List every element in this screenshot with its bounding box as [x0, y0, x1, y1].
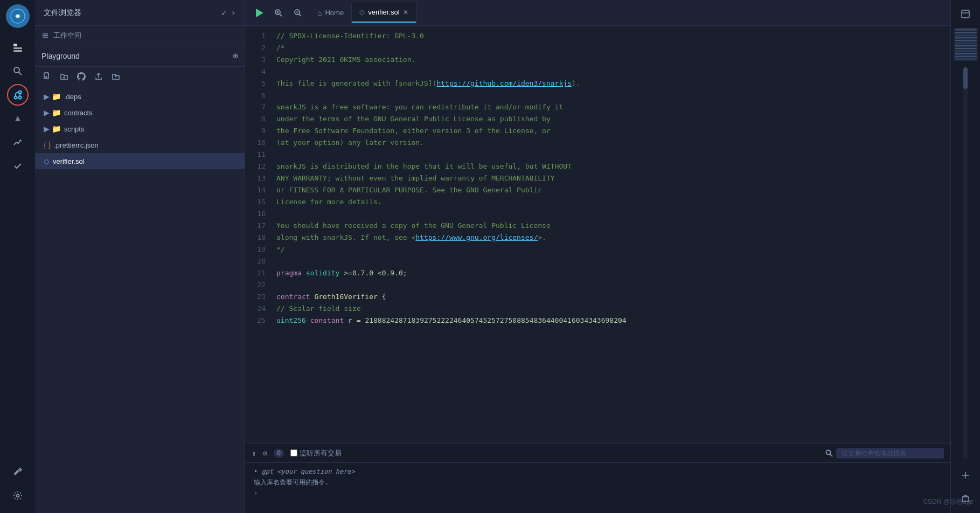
- svg-point-5: [14, 67, 19, 73]
- terminal-search-icon: [825, 449, 833, 457]
- activity-search[interactable]: [7, 60, 29, 82]
- line-numbers: 12345 678910 1112131415 1617181920 21222…: [245, 26, 272, 443]
- activity-settings[interactable]: [7, 485, 29, 507]
- code-editor[interactable]: 12345 678910 1112131415 1617181920 21222…: [245, 26, 950, 443]
- file-prettierrc-label: .prettierrc.json: [54, 141, 98, 149]
- code-line-17: You should have received a copy of the G…: [276, 220, 950, 232]
- svg-rect-3: [13, 47, 22, 49]
- zoom-out-btn[interactable]: [290, 5, 305, 20]
- svg-point-9: [18, 96, 21, 99]
- code-line-2: /*: [276, 42, 950, 54]
- scrollbar-thumb[interactable]: [963, 67, 968, 89]
- svg-marker-11: [15, 116, 20, 121]
- playground-bar: Playground ⊕: [35, 45, 245, 67]
- svg-point-1: [16, 15, 19, 18]
- sol-file-icon: ◇: [44, 157, 50, 165]
- zoom-in-btn[interactable]: [271, 5, 286, 20]
- watermark: CSDN @绿色dge: [923, 497, 974, 507]
- code-line-16: [276, 208, 950, 220]
- tab-verifier[interactable]: ◇ verifier.sol ✕: [352, 3, 416, 23]
- check-icon[interactable]: ✓: [221, 8, 227, 18]
- activity-explorer[interactable]: [7, 37, 29, 58]
- file-verifier[interactable]: ◇ verifier.sol: [35, 153, 245, 169]
- folder-contracts[interactable]: ▶ 📁 contracts: [35, 105, 245, 121]
- code-line-19: */: [276, 244, 950, 255]
- hint-text: 输入库名查看可用的指令.: [254, 479, 329, 486]
- code-line-21: pragma solidity >=0.7.0 <0.9.0;: [276, 267, 950, 279]
- terminal-input-line: ›: [254, 488, 942, 498]
- svg-rect-4: [13, 50, 22, 52]
- sidebar-header-actions: ✓ ›: [221, 8, 236, 18]
- sidebar: 文件浏览器 ✓ › 工作空间 Playground ⊕: [35, 0, 245, 513]
- code-line-12: snarkJS is distributed in the hope that …: [276, 161, 950, 172]
- circle-plus-icon[interactable]: ⊕: [233, 51, 238, 61]
- tab-verifier-label: verifier.sol: [368, 8, 400, 16]
- code-line-22: [276, 279, 950, 291]
- terminal-gpt-line: • gpt <your question here>: [254, 466, 942, 477]
- editor-toolbar: ⌂ Home ◇ verifier.sol ✕: [245, 0, 950, 26]
- file-prettierrc[interactable]: { } .prettierrc.json: [35, 137, 245, 153]
- hamburger-icon: [41, 32, 49, 39]
- github-btn[interactable]: [74, 69, 89, 84]
- new-folder-btn[interactable]: [57, 69, 72, 84]
- folder-upload-btn[interactable]: [108, 69, 123, 84]
- run-button[interactable]: [252, 5, 267, 20]
- code-line-25: uint256 constant r = 2188824287183927522…: [276, 315, 950, 327]
- tab-bar: ⌂ Home ◇ verifier.sol ✕: [310, 3, 416, 23]
- home-icon: ⌂: [317, 9, 322, 17]
- svg-line-6: [19, 72, 22, 75]
- tab-home[interactable]: ⌂ Home: [310, 3, 352, 23]
- file-tree: ▶ 📁 .deps ▶ 📁 contracts ▶ 📁 scripts { } …: [35, 86, 245, 513]
- minimap: [954, 28, 978, 61]
- folder-contracts-label: contracts: [64, 109, 93, 117]
- code-line-14: or FITNESS FOR A PARTICULAR PURPOSE. See…: [276, 184, 950, 196]
- right-panel-icon-1[interactable]: [956, 4, 975, 24]
- terminal-toolbar: ⇕ ⊘ 0 监听所有交易: [245, 443, 950, 463]
- workspace-label[interactable]: 工作空间: [53, 31, 81, 40]
- workspace-bar: 工作空间: [35, 26, 245, 45]
- svg-line-30: [299, 13, 302, 16]
- tab-home-label: Home: [325, 9, 344, 17]
- listen-check[interactable]: 监听所有交易: [290, 448, 342, 458]
- stop-icon[interactable]: ⊘: [262, 449, 267, 457]
- activity-analytics[interactable]: [7, 131, 29, 153]
- svg-point-32: [826, 450, 831, 454]
- listen-checkbox[interactable]: [290, 449, 297, 456]
- file-verifier-label: verifier.sol: [53, 157, 85, 165]
- code-line-23: contract Groth16Verifier {: [276, 291, 950, 303]
- activity-deploy[interactable]: [7, 108, 29, 129]
- svg-point-8: [18, 91, 21, 94]
- svg-marker-24: [256, 9, 263, 17]
- json-file-icon: { }: [44, 141, 51, 149]
- folder-deps-label: .deps: [64, 93, 81, 101]
- folder-deps[interactable]: ▶ 📁 .deps: [35, 88, 245, 105]
- activity-tools[interactable]: [7, 461, 29, 483]
- svg-line-26: [280, 13, 282, 16]
- bullet-icon: •: [254, 468, 261, 475]
- sidebar-header: 文件浏览器 ✓ ›: [35, 0, 245, 26]
- terminal-hint-line: 输入库名查看可用的指令.: [254, 477, 942, 488]
- terminal: ⇕ ⊘ 0 监听所有交易 • gpt <your question here>: [245, 443, 950, 513]
- gpt-hint: gpt <your question here>: [261, 468, 355, 475]
- new-file-btn[interactable]: [39, 69, 54, 84]
- tab-close-btn[interactable]: ✕: [403, 9, 408, 16]
- chevron-right-icon[interactable]: ›: [231, 8, 236, 18]
- activity-verify[interactable]: [7, 155, 29, 177]
- sol-tab-icon: ◇: [359, 8, 365, 16]
- scrollbar-track[interactable]: [963, 67, 968, 459]
- upload-btn[interactable]: [91, 69, 106, 84]
- svg-point-12: [16, 495, 19, 497]
- activity-git[interactable]: [7, 84, 29, 106]
- app-logo[interactable]: [6, 4, 30, 28]
- right-panel-icon-2[interactable]: [956, 466, 975, 485]
- expand-icon[interactable]: ⇕: [252, 449, 256, 457]
- code-line-10: (at your option) any later version.: [276, 137, 950, 149]
- svg-point-7: [14, 96, 17, 99]
- playground-name: Playground: [41, 52, 80, 60]
- terminal-search-area: [825, 448, 944, 459]
- folder-scripts[interactable]: ▶ 📁 scripts: [35, 121, 245, 137]
- code-line-5: This file is generated with [snarkJS](ht…: [276, 78, 950, 89]
- terminal-search-input[interactable]: [836, 448, 944, 459]
- code-content[interactable]: // SPDX-License-Identifier: GPL-3.0 /* C…: [272, 26, 950, 443]
- svg-rect-34: [962, 10, 969, 18]
